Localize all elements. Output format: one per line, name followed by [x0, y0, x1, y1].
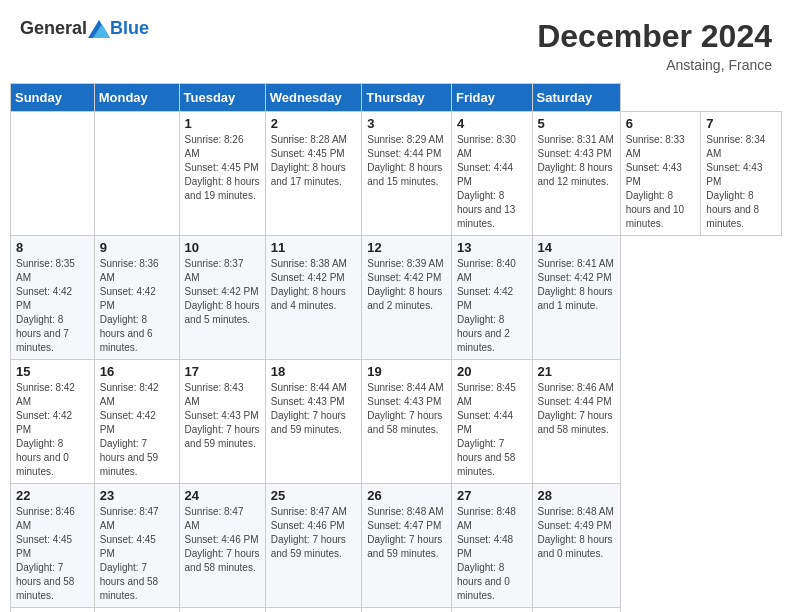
calendar-cell: 28Sunrise: 8:48 AMSunset: 4:49 PMDayligh…	[532, 484, 620, 608]
month-title: December 2024	[537, 18, 772, 55]
day-info: Sunrise: 8:46 AMSunset: 4:44 PMDaylight:…	[538, 381, 615, 437]
calendar-cell: 1Sunrise: 8:26 AMSunset: 4:45 PMDaylight…	[179, 112, 265, 236]
day-info: Sunrise: 8:30 AMSunset: 4:44 PMDaylight:…	[457, 133, 527, 231]
logo-general: General	[20, 18, 87, 39]
calendar-cell	[265, 608, 362, 613]
day-info: Sunrise: 8:47 AMSunset: 4:45 PMDaylight:…	[100, 505, 174, 603]
weekday-header-saturday: Saturday	[532, 84, 620, 112]
day-info: Sunrise: 8:34 AMSunset: 4:43 PMDaylight:…	[706, 133, 776, 231]
logo-icon	[88, 20, 110, 38]
day-info: Sunrise: 8:45 AMSunset: 4:44 PMDaylight:…	[457, 381, 527, 479]
day-number: 4	[457, 116, 527, 131]
calendar-cell: 12Sunrise: 8:39 AMSunset: 4:42 PMDayligh…	[362, 236, 452, 360]
calendar: SundayMondayTuesdayWednesdayThursdayFrid…	[10, 83, 782, 612]
calendar-cell: 2Sunrise: 8:28 AMSunset: 4:45 PMDaylight…	[265, 112, 362, 236]
calendar-cell: 15Sunrise: 8:42 AMSunset: 4:42 PMDayligh…	[11, 360, 95, 484]
day-info: Sunrise: 8:47 AMSunset: 4:46 PMDaylight:…	[271, 505, 357, 561]
day-number: 26	[367, 488, 446, 503]
title-area: December 2024 Anstaing, France	[537, 18, 772, 73]
day-info: Sunrise: 8:42 AMSunset: 4:42 PMDaylight:…	[100, 381, 174, 479]
day-info: Sunrise: 8:48 AMSunset: 4:49 PMDaylight:…	[538, 505, 615, 561]
calendar-cell	[532, 608, 620, 613]
day-info: Sunrise: 8:43 AMSunset: 4:43 PMDaylight:…	[185, 381, 260, 451]
day-number: 11	[271, 240, 357, 255]
day-info: Sunrise: 8:44 AMSunset: 4:43 PMDaylight:…	[271, 381, 357, 437]
calendar-cell: 14Sunrise: 8:41 AMSunset: 4:42 PMDayligh…	[532, 236, 620, 360]
day-number: 10	[185, 240, 260, 255]
day-number: 24	[185, 488, 260, 503]
day-number: 18	[271, 364, 357, 379]
calendar-cell: 30Sunrise: 8:48 AMSunset: 4:50 PMDayligh…	[94, 608, 179, 613]
day-number: 7	[706, 116, 776, 131]
day-info: Sunrise: 8:39 AMSunset: 4:42 PMDaylight:…	[367, 257, 446, 313]
day-number: 3	[367, 116, 446, 131]
calendar-week-5: 29Sunrise: 8:48 AMSunset: 4:49 PMDayligh…	[11, 608, 782, 613]
day-info: Sunrise: 8:42 AMSunset: 4:42 PMDaylight:…	[16, 381, 89, 479]
day-number: 14	[538, 240, 615, 255]
weekday-header-tuesday: Tuesday	[179, 84, 265, 112]
day-number: 13	[457, 240, 527, 255]
calendar-cell	[94, 112, 179, 236]
day-info: Sunrise: 8:48 AMSunset: 4:47 PMDaylight:…	[367, 505, 446, 561]
calendar-cell: 9Sunrise: 8:36 AMSunset: 4:42 PMDaylight…	[94, 236, 179, 360]
day-number: 6	[626, 116, 696, 131]
calendar-cell: 24Sunrise: 8:47 AMSunset: 4:46 PMDayligh…	[179, 484, 265, 608]
calendar-cell: 3Sunrise: 8:29 AMSunset: 4:44 PMDaylight…	[362, 112, 452, 236]
calendar-cell: 23Sunrise: 8:47 AMSunset: 4:45 PMDayligh…	[94, 484, 179, 608]
day-info: Sunrise: 8:46 AMSunset: 4:45 PMDaylight:…	[16, 505, 89, 603]
day-number: 12	[367, 240, 446, 255]
day-number: 23	[100, 488, 174, 503]
day-number: 17	[185, 364, 260, 379]
calendar-cell: 31Sunrise: 8:48 AMSunset: 4:51 PMDayligh…	[179, 608, 265, 613]
logo: General Blue	[20, 18, 149, 39]
calendar-cell: 11Sunrise: 8:38 AMSunset: 4:42 PMDayligh…	[265, 236, 362, 360]
day-info: Sunrise: 8:28 AMSunset: 4:45 PMDaylight:…	[271, 133, 357, 189]
day-number: 20	[457, 364, 527, 379]
calendar-week-4: 22Sunrise: 8:46 AMSunset: 4:45 PMDayligh…	[11, 484, 782, 608]
day-info: Sunrise: 8:33 AMSunset: 4:43 PMDaylight:…	[626, 133, 696, 231]
day-info: Sunrise: 8:48 AMSunset: 4:48 PMDaylight:…	[457, 505, 527, 603]
calendar-cell: 19Sunrise: 8:44 AMSunset: 4:43 PMDayligh…	[362, 360, 452, 484]
weekday-header-sunday: Sunday	[11, 84, 95, 112]
calendar-cell: 27Sunrise: 8:48 AMSunset: 4:48 PMDayligh…	[451, 484, 532, 608]
day-number: 22	[16, 488, 89, 503]
day-number: 21	[538, 364, 615, 379]
day-number: 25	[271, 488, 357, 503]
day-info: Sunrise: 8:31 AMSunset: 4:43 PMDaylight:…	[538, 133, 615, 189]
weekday-header-friday: Friday	[451, 84, 532, 112]
weekday-header-thursday: Thursday	[362, 84, 452, 112]
calendar-cell: 20Sunrise: 8:45 AMSunset: 4:44 PMDayligh…	[451, 360, 532, 484]
calendar-cell: 26Sunrise: 8:48 AMSunset: 4:47 PMDayligh…	[362, 484, 452, 608]
day-number: 5	[538, 116, 615, 131]
day-info: Sunrise: 8:36 AMSunset: 4:42 PMDaylight:…	[100, 257, 174, 355]
calendar-cell	[451, 608, 532, 613]
calendar-week-2: 8Sunrise: 8:35 AMSunset: 4:42 PMDaylight…	[11, 236, 782, 360]
day-number: 9	[100, 240, 174, 255]
calendar-cell: 21Sunrise: 8:46 AMSunset: 4:44 PMDayligh…	[532, 360, 620, 484]
calendar-cell: 17Sunrise: 8:43 AMSunset: 4:43 PMDayligh…	[179, 360, 265, 484]
calendar-cell: 29Sunrise: 8:48 AMSunset: 4:49 PMDayligh…	[11, 608, 95, 613]
calendar-cell	[362, 608, 452, 613]
calendar-cell: 4Sunrise: 8:30 AMSunset: 4:44 PMDaylight…	[451, 112, 532, 236]
calendar-cell: 18Sunrise: 8:44 AMSunset: 4:43 PMDayligh…	[265, 360, 362, 484]
day-number: 1	[185, 116, 260, 131]
calendar-cell: 8Sunrise: 8:35 AMSunset: 4:42 PMDaylight…	[11, 236, 95, 360]
calendar-cell: 22Sunrise: 8:46 AMSunset: 4:45 PMDayligh…	[11, 484, 95, 608]
day-info: Sunrise: 8:29 AMSunset: 4:44 PMDaylight:…	[367, 133, 446, 189]
calendar-cell: 6Sunrise: 8:33 AMSunset: 4:43 PMDaylight…	[620, 112, 701, 236]
header: General Blue December 2024 Anstaing, Fra…	[10, 10, 782, 77]
weekday-header-wednesday: Wednesday	[265, 84, 362, 112]
calendar-cell: 10Sunrise: 8:37 AMSunset: 4:42 PMDayligh…	[179, 236, 265, 360]
calendar-cell: 25Sunrise: 8:47 AMSunset: 4:46 PMDayligh…	[265, 484, 362, 608]
day-info: Sunrise: 8:41 AMSunset: 4:42 PMDaylight:…	[538, 257, 615, 313]
day-number: 8	[16, 240, 89, 255]
calendar-cell: 7Sunrise: 8:34 AMSunset: 4:43 PMDaylight…	[701, 112, 782, 236]
day-number: 16	[100, 364, 174, 379]
calendar-week-1: 1Sunrise: 8:26 AMSunset: 4:45 PMDaylight…	[11, 112, 782, 236]
day-number: 28	[538, 488, 615, 503]
calendar-week-3: 15Sunrise: 8:42 AMSunset: 4:42 PMDayligh…	[11, 360, 782, 484]
calendar-cell: 13Sunrise: 8:40 AMSunset: 4:42 PMDayligh…	[451, 236, 532, 360]
day-info: Sunrise: 8:40 AMSunset: 4:42 PMDaylight:…	[457, 257, 527, 355]
calendar-cell: 5Sunrise: 8:31 AMSunset: 4:43 PMDaylight…	[532, 112, 620, 236]
day-info: Sunrise: 8:44 AMSunset: 4:43 PMDaylight:…	[367, 381, 446, 437]
